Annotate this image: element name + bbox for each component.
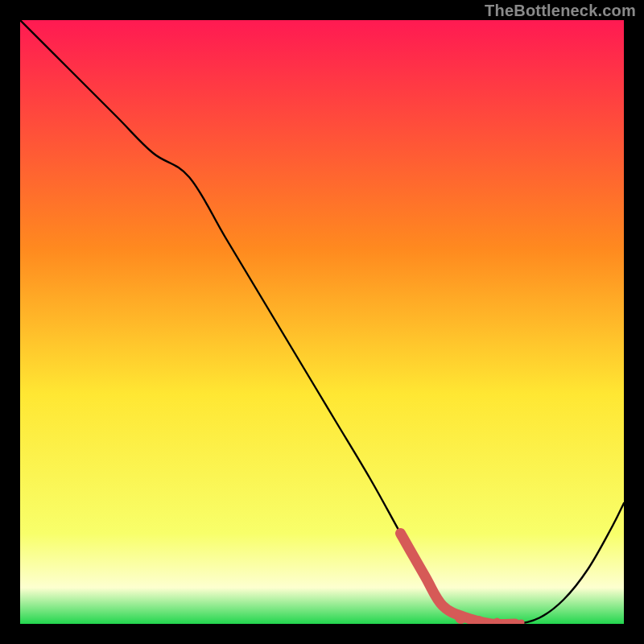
plot-area — [20, 20, 624, 624]
chart-frame: TheBottleneck.com — [0, 0, 644, 644]
marker-dot — [455, 612, 467, 624]
watermark-text: TheBottleneck.com — [485, 2, 636, 20]
bottleneck-chart — [20, 20, 624, 624]
